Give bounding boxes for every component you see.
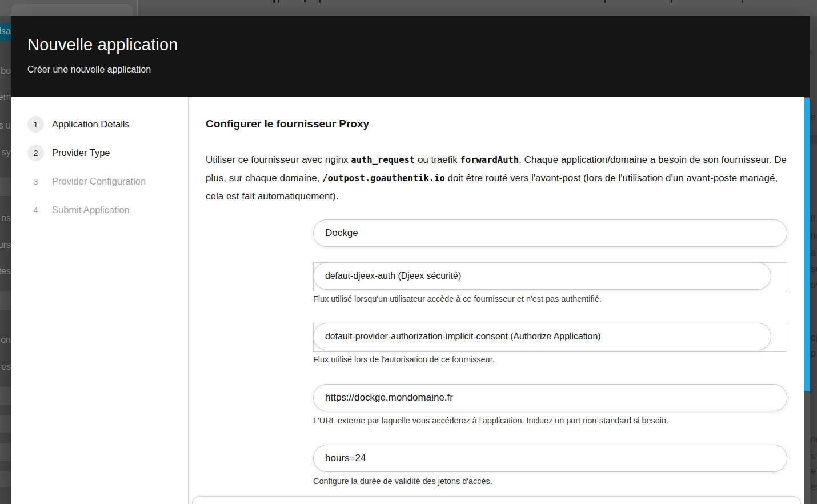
step-label: Provider Type <box>52 147 110 158</box>
clipped-text-remnant <box>742 0 743 3</box>
background-top-strip <box>0 0 817 16</box>
background-text-fragment: e y <box>811 466 817 477</box>
background-band <box>0 177 11 196</box>
field-help-text: Configure la durée de validité des jeton… <box>313 476 787 486</box>
authentication-flow-select[interactable]: defaut-djeex-auth (Djeex sécurité) <box>313 262 787 290</box>
background-text-fragment: ng <box>811 434 817 445</box>
modal-subtitle: Créer une nouvelle application <box>27 65 810 75</box>
step-number: 4 <box>27 202 44 218</box>
modal-body: 1 Application Details 2 Provider Type 3 … <box>11 97 810 504</box>
code-forward-auth: forwardAuth <box>460 155 519 165</box>
background-text-fragment: e r <box>811 112 817 122</box>
selected-authorization-flow: default-provider-authorization-implicit-… <box>325 331 600 342</box>
field-group-name <box>313 219 787 247</box>
background-text-fragment: es <box>811 482 817 492</box>
step-heading: Configurer le fournisseur Proxy <box>206 118 787 130</box>
wizard-step-provider-type[interactable]: 2 Provider Type <box>27 145 188 161</box>
clipped-text-remnant <box>604 0 606 3</box>
field-group-external-host: L'URL externe par laquelle vous accédere… <box>313 384 787 426</box>
background-rounded-panel <box>11 4 133 16</box>
background-text-fragment: p <box>811 349 816 359</box>
clipped-text-remnant <box>319 0 321 3</box>
background-text-fragment: bo <box>1 66 11 76</box>
background-text-fragment: tio <box>811 231 817 241</box>
provider-config-form: defaut-djeex-auth (Djeex sécurité) Flux … <box>313 219 787 486</box>
step-number: 1 <box>27 116 44 133</box>
description-text: Utiliser ce fournisseur avec nginx <box>206 154 351 165</box>
select-value-pill: defaut-djeex-auth (Djeex sécurité) <box>313 262 771 290</box>
authorization-flow-select[interactable]: default-provider-authorization-implicit-… <box>313 323 787 350</box>
screen: isa bo em s u sy ns urs tes on es e r lf… <box>0 0 817 504</box>
background-text-fragment: urs <box>0 240 11 250</box>
help-text: Flux utilisé lorsqu'un utilisateur accèd… <box>313 294 602 304</box>
background-text-fragment: s u <box>0 121 11 131</box>
wizard-steps: 1 Application Details 2 Provider Type 3 … <box>11 97 188 504</box>
step-label: Submit Application <box>52 205 130 215</box>
step-number: 2 <box>27 145 44 161</box>
step-label: Provider Configuration <box>52 176 146 187</box>
background-text-fragment: sy <box>2 147 11 158</box>
background-text-fragment: on <box>1 335 11 345</box>
modal-scrollbar-track[interactable] <box>804 97 810 504</box>
description-text: ou traefik <box>415 154 460 165</box>
background-band <box>0 443 11 461</box>
background-band <box>0 415 11 433</box>
background-band <box>0 291 11 310</box>
modal-header: Nouvelle application Créer une nouvelle … <box>11 16 810 97</box>
modal-scrollbar-thumb[interactable] <box>804 98 810 391</box>
clipped-text-remnant <box>273 0 275 3</box>
background-band <box>0 387 11 405</box>
background-text-fragment: tes <box>0 266 11 277</box>
code-outpost-path: /outpost.goauthentik.io <box>322 173 445 183</box>
background-left-strip: isa bo em s u sy ns urs tes on es <box>0 16 11 504</box>
background-text-fragment: se <box>811 264 817 274</box>
field-group-token-validity: Configure la durée de validité des jeton… <box>313 445 787 486</box>
wizard-step-application-details[interactable]: 1 Application Details <box>27 116 188 133</box>
step-number: 3 <box>27 173 44 190</box>
field-help-text: Flux utilisé lorsqu'un utilisateur accèd… <box>313 294 787 304</box>
wizard-step-content: Configurer le fournisseur Proxy Utiliser… <box>189 97 804 504</box>
modal-title: Nouvelle application <box>27 35 810 54</box>
token-validity-input[interactable] <box>313 445 787 472</box>
help-text: Flux utilisé lors de l'autorisation de c… <box>313 354 495 365</box>
field-group-authentication-flow: defaut-djeex-auth (Djeex sécurité) Flux … <box>313 262 787 304</box>
background-text-fragment: es <box>1 362 11 372</box>
provider-name-input[interactable] <box>313 219 787 247</box>
next-section-partial-card <box>192 496 801 504</box>
external-host-input[interactable] <box>313 384 787 411</box>
background-text-fragment: isa <box>0 26 11 37</box>
field-help-text: Flux utilisé lors de l'autorisation de c… <box>313 354 787 365</box>
background-text-fragment: em <box>0 92 11 102</box>
background-band <box>810 135 817 144</box>
select-value-pill: default-provider-authorization-implicit-… <box>313 323 771 350</box>
code-auth-request: auth_request <box>351 155 415 165</box>
background-band <box>0 471 11 487</box>
background-text-fragment: lf <box>811 214 815 224</box>
selected-authentication-flow: defaut-djeex-auth (Djeex sécurité) <box>325 270 461 282</box>
help-text: L'URL externe par laquelle vous accédere… <box>313 415 668 426</box>
wizard-step-submit-application: 4 Submit Application <box>27 202 188 218</box>
clipped-text-remnant <box>304 0 306 2</box>
background-text-fragment: ns <box>1 213 11 223</box>
field-help-text: L'URL externe par laquelle vous accédere… <box>313 415 787 426</box>
new-application-modal: Nouvelle application Créer une nouvelle … <box>11 16 810 504</box>
field-group-authorization-flow: default-provider-authorization-implicit-… <box>313 323 787 365</box>
provider-description: Utiliser ce fournisseur avec nginx auth_… <box>206 151 787 205</box>
background-right-strip: e r lf tio a se ov ep p ng s l e y es <box>810 16 817 504</box>
background-text-fragment: s l <box>811 451 817 462</box>
background-divider <box>137 0 138 16</box>
background-text-fragment: a <box>811 248 816 258</box>
step-label: Application Details <box>52 119 130 130</box>
clipped-text-remnant <box>671 0 672 3</box>
help-text: Configure la durée de validité des jeton… <box>313 476 492 486</box>
background-text-fragment: ep <box>811 333 817 343</box>
background-text-fragment: ov <box>811 280 817 290</box>
clipped-text-remnant <box>278 0 279 3</box>
wizard-step-provider-configuration: 3 Provider Configuration <box>27 173 188 190</box>
